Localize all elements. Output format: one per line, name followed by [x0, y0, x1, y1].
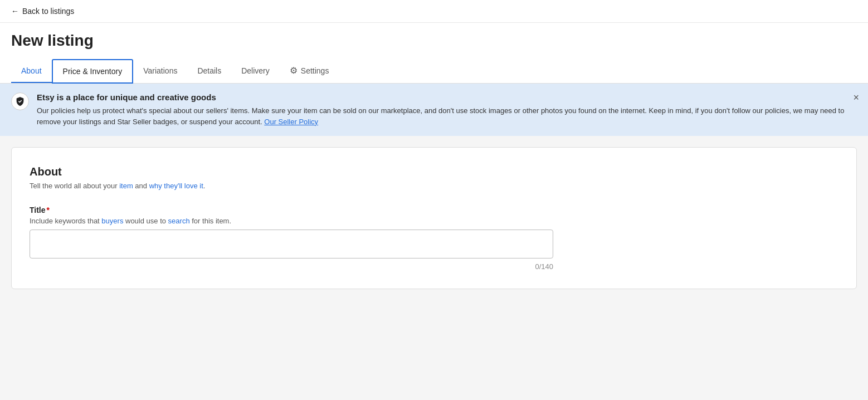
- tab-price-inventory-label: Price & Inventory: [63, 67, 123, 76]
- banner-close-button[interactable]: ×: [853, 92, 859, 103]
- gear-icon: ⚙: [290, 65, 298, 76]
- about-card: About Tell the world all about your item…: [11, 147, 857, 289]
- info-banner: Etsy is a place for unique and creative …: [0, 84, 868, 136]
- shield-icon: [11, 92, 29, 110]
- tab-delivery-label: Delivery: [241, 66, 270, 75]
- title-field-hint: Include keywords that buyers would use t…: [30, 217, 838, 225]
- banner-title: Etsy is a place for unique and creative …: [37, 92, 857, 102]
- tab-price-inventory[interactable]: Price & Inventory: [52, 59, 134, 84]
- tab-settings-label: Settings: [301, 66, 329, 75]
- title-field-label: Title*: [30, 206, 838, 214]
- back-arrow-icon: ←: [11, 7, 19, 16]
- tab-details-label: Details: [197, 66, 221, 75]
- back-to-listings-link[interactable]: ← Back to listings: [11, 7, 74, 16]
- about-section-title: About: [30, 165, 838, 178]
- main-content: About Tell the world all about your item…: [0, 136, 868, 300]
- banner-content: Etsy is a place for unique and creative …: [37, 92, 857, 127]
- page-header: New listing: [0, 23, 868, 58]
- top-bar: ← Back to listings: [0, 0, 868, 23]
- banner-body: Our policies help us protect what's spec…: [37, 105, 857, 127]
- title-input-wrapper: [30, 230, 553, 260]
- tab-about[interactable]: About: [11, 60, 52, 83]
- char-count: 0/140: [30, 262, 553, 271]
- tab-variations-label: Variations: [143, 66, 177, 75]
- tab-details[interactable]: Details: [187, 60, 231, 83]
- tab-variations[interactable]: Variations: [133, 60, 187, 83]
- banner-body-text: Our policies help us protect what's spec…: [37, 106, 844, 126]
- tab-about-label: About: [21, 66, 42, 75]
- tab-delivery[interactable]: Delivery: [231, 60, 280, 83]
- banner-link[interactable]: Our Seller Policy: [264, 118, 318, 126]
- about-section-subtitle: Tell the world all about your item and w…: [30, 182, 838, 190]
- page-title: New listing: [11, 32, 857, 58]
- title-input[interactable]: [30, 230, 553, 258]
- required-indicator: *: [47, 206, 50, 214]
- title-field: Title* Include keywords that buyers woul…: [30, 206, 838, 271]
- tabs-bar: About Price & Inventory Variations Detai…: [0, 58, 868, 84]
- tab-settings[interactable]: ⚙ Settings: [280, 58, 339, 84]
- back-to-listings-label: Back to listings: [22, 7, 74, 16]
